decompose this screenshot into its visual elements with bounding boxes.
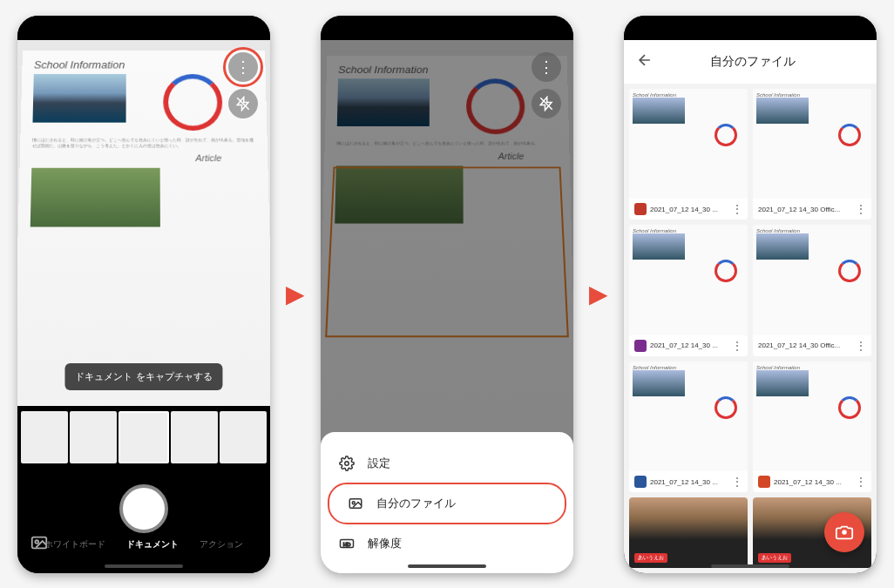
doc-heading: School Information [34, 58, 254, 71]
file-more-button[interactable]: ⋮ [856, 340, 866, 352]
doc-photo-2 [30, 167, 160, 226]
file-more-button[interactable]: ⋮ [732, 340, 742, 352]
mode-document[interactable]: ドキュメント [126, 538, 179, 551]
file-more-button[interactable]: ⋮ [856, 203, 866, 215]
capture-hint-label: ドキュメント をキャプチャする [64, 363, 222, 390]
doc-subtitle: Article [31, 152, 255, 162]
file-card[interactable]: School Information 2021_07_12 14_30 ... … [629, 225, 748, 356]
file-more-button[interactable]: ⋮ [856, 476, 866, 488]
thumbnail[interactable] [21, 411, 68, 463]
flash-toggle-button[interactable] [228, 89, 258, 118]
thumbnail[interactable] [171, 411, 218, 463]
doc-photo [32, 73, 125, 122]
file-more-button[interactable]: ⋮ [732, 476, 742, 488]
word-icon [634, 476, 647, 488]
menu-item-my-files[interactable]: 自分のファイル [328, 483, 566, 524]
svg-text:HD: HD [343, 542, 351, 547]
doc-body-text: 情にほだされると、時に抜け角が立つ。どこへ住んでも住みにくいと悟った時、詩が生れ… [32, 137, 255, 147]
file-card[interactable]: あいうえお [629, 497, 748, 568]
menu-label: 設定 [368, 456, 390, 471]
step-arrow-icon: ▶ [286, 280, 305, 308]
step-arrow-icon: ▶ [589, 280, 608, 308]
camera-fab-button[interactable] [824, 512, 864, 552]
svg-point-4 [345, 461, 349, 465]
home-indicator [408, 564, 486, 568]
keyboard-thumbnail: あいうえお [629, 497, 748, 568]
back-button[interactable] [636, 51, 654, 72]
bottom-sheet-menu: 設定 自分のファイル HD 解像度 [321, 432, 573, 573]
hd-icon: HD [338, 535, 356, 552]
file-name: 2021_07_12 14_30 ... [650, 206, 728, 213]
status-bar [321, 16, 573, 40]
doc-chart [164, 73, 224, 130]
phone-screen-2: School Information 情にほだされると、時に抜け角が立つ。どこへ… [321, 16, 573, 573]
svg-point-6 [352, 501, 355, 504]
mode-selector[interactable]: ホワイトボード ドキュメント アクション [17, 538, 270, 551]
file-name: 2021_07_12 14_30 Offic... [758, 206, 852, 213]
mode-action[interactable]: アクション [200, 538, 243, 551]
menu-label: 解像度 [368, 536, 402, 551]
pdf-icon [634, 203, 647, 215]
file-grid: School Information 2021_07_12 14_30 ... … [624, 84, 877, 573]
status-bar [17, 16, 270, 40]
camera-viewport: School Information 情にほだされると、時に抜け角が立つ。どこへ… [17, 40, 270, 469]
file-more-button[interactable]: ⋮ [732, 203, 742, 215]
file-card[interactable]: School Information 2021_07_12 14_30 Offi… [753, 89, 871, 220]
status-bar [624, 16, 877, 40]
powerpoint-icon [758, 476, 770, 488]
gear-icon [338, 455, 356, 472]
file-name: 2021_07_12 14_30 Offic... [758, 341, 852, 349]
camera-controls: ホワイトボード ドキュメント アクション [17, 469, 270, 573]
menu-label: 自分のファイル [376, 496, 456, 511]
header: 自分のファイル [624, 40, 877, 84]
menu-item-resolution[interactable]: HD 解像度 [321, 524, 573, 563]
recent-thumbnails [17, 406, 270, 469]
more-menu-button[interactable]: ⋮ [532, 52, 561, 82]
thumbnail[interactable] [220, 411, 267, 463]
image-icon [347, 495, 364, 512]
file-name: 2021_07_12 14_30 ... [774, 478, 852, 486]
file-name: 2021_07_12 14_30 ... [650, 341, 728, 349]
phone-screen-1: School Information 情にほだされると、時に抜け角が立つ。どこへ… [17, 16, 270, 573]
file-browser: 自分のファイル School Information 2021_07_12 14… [624, 40, 877, 573]
thumbnail[interactable] [70, 411, 117, 463]
onenote-icon [634, 340, 647, 352]
phone-screen-3: 自分のファイル School Information 2021_07_12 14… [624, 16, 877, 573]
file-name: 2021_07_12 14_30 ... [650, 478, 728, 486]
file-card[interactable]: School Information 2021_07_12 14_30 ... … [629, 362, 748, 493]
mode-whiteboard[interactable]: ホワイトボード [44, 538, 105, 551]
home-indicator [105, 564, 183, 568]
menu-item-settings[interactable]: 設定 [321, 444, 573, 483]
flash-toggle-button[interactable] [532, 89, 561, 118]
thumbnail-selected[interactable] [119, 411, 169, 463]
shutter-button[interactable] [119, 484, 168, 533]
home-indicator [711, 564, 789, 568]
page-title: 自分のファイル [666, 54, 840, 70]
file-card[interactable]: School Information 2021_07_12 14_30 Offi… [753, 225, 871, 356]
more-menu-button[interactable]: ⋮ [228, 52, 258, 82]
file-card[interactable]: School Information 2021_07_12 14_30 ... … [753, 362, 871, 493]
file-card[interactable]: School Information 2021_07_12 14_30 ... … [629, 89, 748, 220]
